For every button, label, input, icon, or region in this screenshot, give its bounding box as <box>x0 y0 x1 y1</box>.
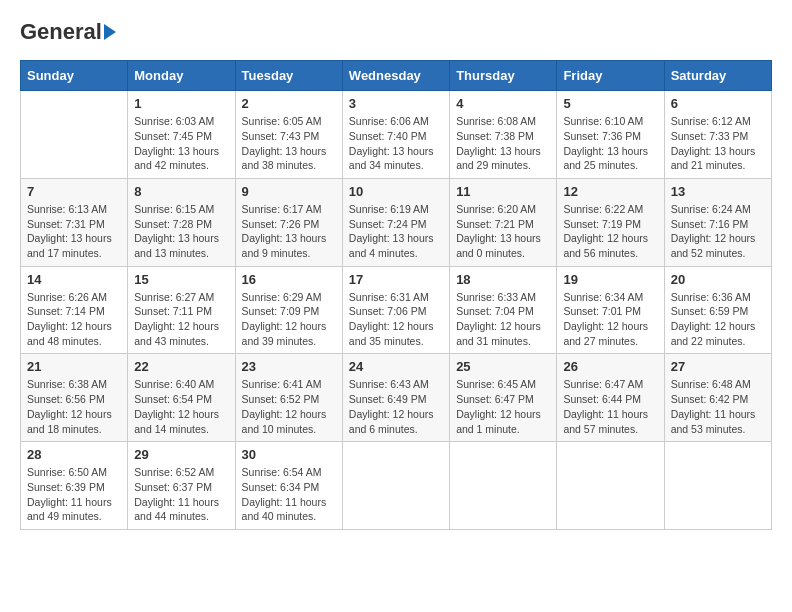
day-number: 23 <box>242 359 336 374</box>
calendar-cell: 28Sunrise: 6:50 AMSunset: 6:39 PMDayligh… <box>21 442 128 530</box>
day-number: 30 <box>242 447 336 462</box>
day-number: 16 <box>242 272 336 287</box>
calendar-cell: 5Sunrise: 6:10 AMSunset: 7:36 PMDaylight… <box>557 91 664 179</box>
day-number: 9 <box>242 184 336 199</box>
calendar-cell <box>557 442 664 530</box>
calendar-cell: 30Sunrise: 6:54 AMSunset: 6:34 PMDayligh… <box>235 442 342 530</box>
column-header-tuesday: Tuesday <box>235 61 342 91</box>
day-info: Sunrise: 6:08 AMSunset: 7:38 PMDaylight:… <box>456 114 550 173</box>
calendar-cell <box>664 442 771 530</box>
day-info: Sunrise: 6:45 AMSunset: 6:47 PMDaylight:… <box>456 377 550 436</box>
day-number: 18 <box>456 272 550 287</box>
day-info: Sunrise: 6:27 AMSunset: 7:11 PMDaylight:… <box>134 290 228 349</box>
column-header-friday: Friday <box>557 61 664 91</box>
day-number: 5 <box>563 96 657 111</box>
column-header-wednesday: Wednesday <box>342 61 449 91</box>
calendar-cell: 13Sunrise: 6:24 AMSunset: 7:16 PMDayligh… <box>664 178 771 266</box>
calendar-cell: 25Sunrise: 6:45 AMSunset: 6:47 PMDayligh… <box>450 354 557 442</box>
day-info: Sunrise: 6:10 AMSunset: 7:36 PMDaylight:… <box>563 114 657 173</box>
day-info: Sunrise: 6:15 AMSunset: 7:28 PMDaylight:… <box>134 202 228 261</box>
day-number: 4 <box>456 96 550 111</box>
day-number: 10 <box>349 184 443 199</box>
day-number: 24 <box>349 359 443 374</box>
column-header-monday: Monday <box>128 61 235 91</box>
day-number: 21 <box>27 359 121 374</box>
day-number: 25 <box>456 359 550 374</box>
day-info: Sunrise: 6:03 AMSunset: 7:45 PMDaylight:… <box>134 114 228 173</box>
day-number: 20 <box>671 272 765 287</box>
calendar-cell: 8Sunrise: 6:15 AMSunset: 7:28 PMDaylight… <box>128 178 235 266</box>
calendar-cell: 17Sunrise: 6:31 AMSunset: 7:06 PMDayligh… <box>342 266 449 354</box>
day-info: Sunrise: 6:13 AMSunset: 7:31 PMDaylight:… <box>27 202 121 261</box>
column-header-sunday: Sunday <box>21 61 128 91</box>
calendar-cell: 22Sunrise: 6:40 AMSunset: 6:54 PMDayligh… <box>128 354 235 442</box>
day-number: 7 <box>27 184 121 199</box>
day-info: Sunrise: 6:38 AMSunset: 6:56 PMDaylight:… <box>27 377 121 436</box>
day-info: Sunrise: 6:22 AMSunset: 7:19 PMDaylight:… <box>563 202 657 261</box>
day-info: Sunrise: 6:06 AMSunset: 7:40 PMDaylight:… <box>349 114 443 173</box>
calendar-cell: 14Sunrise: 6:26 AMSunset: 7:14 PMDayligh… <box>21 266 128 354</box>
calendar-cell <box>21 91 128 179</box>
calendar-cell: 7Sunrise: 6:13 AMSunset: 7:31 PMDaylight… <box>21 178 128 266</box>
day-info: Sunrise: 6:52 AMSunset: 6:37 PMDaylight:… <box>134 465 228 524</box>
day-info: Sunrise: 6:40 AMSunset: 6:54 PMDaylight:… <box>134 377 228 436</box>
day-info: Sunrise: 6:36 AMSunset: 6:59 PMDaylight:… <box>671 290 765 349</box>
calendar-cell: 12Sunrise: 6:22 AMSunset: 7:19 PMDayligh… <box>557 178 664 266</box>
day-number: 29 <box>134 447 228 462</box>
day-info: Sunrise: 6:48 AMSunset: 6:42 PMDaylight:… <box>671 377 765 436</box>
logo-text-general: General <box>20 20 102 44</box>
day-number: 2 <box>242 96 336 111</box>
calendar-cell: 24Sunrise: 6:43 AMSunset: 6:49 PMDayligh… <box>342 354 449 442</box>
day-number: 22 <box>134 359 228 374</box>
day-number: 19 <box>563 272 657 287</box>
calendar-cell: 21Sunrise: 6:38 AMSunset: 6:56 PMDayligh… <box>21 354 128 442</box>
calendar-cell: 9Sunrise: 6:17 AMSunset: 7:26 PMDaylight… <box>235 178 342 266</box>
logo: General <box>20 20 116 44</box>
day-number: 12 <box>563 184 657 199</box>
day-info: Sunrise: 6:47 AMSunset: 6:44 PMDaylight:… <box>563 377 657 436</box>
calendar-cell: 2Sunrise: 6:05 AMSunset: 7:43 PMDaylight… <box>235 91 342 179</box>
day-number: 26 <box>563 359 657 374</box>
day-number: 13 <box>671 184 765 199</box>
day-info: Sunrise: 6:17 AMSunset: 7:26 PMDaylight:… <box>242 202 336 261</box>
calendar-cell: 3Sunrise: 6:06 AMSunset: 7:40 PMDaylight… <box>342 91 449 179</box>
calendar-cell: 27Sunrise: 6:48 AMSunset: 6:42 PMDayligh… <box>664 354 771 442</box>
day-info: Sunrise: 6:34 AMSunset: 7:01 PMDaylight:… <box>563 290 657 349</box>
calendar-cell: 26Sunrise: 6:47 AMSunset: 6:44 PMDayligh… <box>557 354 664 442</box>
day-number: 15 <box>134 272 228 287</box>
calendar-cell: 10Sunrise: 6:19 AMSunset: 7:24 PMDayligh… <box>342 178 449 266</box>
day-info: Sunrise: 6:20 AMSunset: 7:21 PMDaylight:… <box>456 202 550 261</box>
calendar-table: SundayMondayTuesdayWednesdayThursdayFrid… <box>20 60 772 530</box>
day-number: 17 <box>349 272 443 287</box>
day-number: 8 <box>134 184 228 199</box>
day-info: Sunrise: 6:31 AMSunset: 7:06 PMDaylight:… <box>349 290 443 349</box>
column-header-saturday: Saturday <box>664 61 771 91</box>
day-info: Sunrise: 6:26 AMSunset: 7:14 PMDaylight:… <box>27 290 121 349</box>
day-info: Sunrise: 6:41 AMSunset: 6:52 PMDaylight:… <box>242 377 336 436</box>
day-info: Sunrise: 6:19 AMSunset: 7:24 PMDaylight:… <box>349 202 443 261</box>
day-info: Sunrise: 6:29 AMSunset: 7:09 PMDaylight:… <box>242 290 336 349</box>
day-info: Sunrise: 6:24 AMSunset: 7:16 PMDaylight:… <box>671 202 765 261</box>
logo-arrow-icon <box>104 24 116 40</box>
calendar-cell: 4Sunrise: 6:08 AMSunset: 7:38 PMDaylight… <box>450 91 557 179</box>
day-number: 27 <box>671 359 765 374</box>
header: General <box>20 20 772 44</box>
calendar-cell: 23Sunrise: 6:41 AMSunset: 6:52 PMDayligh… <box>235 354 342 442</box>
calendar-cell: 11Sunrise: 6:20 AMSunset: 7:21 PMDayligh… <box>450 178 557 266</box>
day-number: 1 <box>134 96 228 111</box>
day-info: Sunrise: 6:50 AMSunset: 6:39 PMDaylight:… <box>27 465 121 524</box>
day-info: Sunrise: 6:05 AMSunset: 7:43 PMDaylight:… <box>242 114 336 173</box>
day-number: 11 <box>456 184 550 199</box>
calendar-cell: 20Sunrise: 6:36 AMSunset: 6:59 PMDayligh… <box>664 266 771 354</box>
calendar-cell <box>450 442 557 530</box>
day-number: 14 <box>27 272 121 287</box>
day-info: Sunrise: 6:12 AMSunset: 7:33 PMDaylight:… <box>671 114 765 173</box>
column-header-thursday: Thursday <box>450 61 557 91</box>
calendar-cell: 19Sunrise: 6:34 AMSunset: 7:01 PMDayligh… <box>557 266 664 354</box>
day-number: 3 <box>349 96 443 111</box>
calendar-cell: 15Sunrise: 6:27 AMSunset: 7:11 PMDayligh… <box>128 266 235 354</box>
calendar-cell: 1Sunrise: 6:03 AMSunset: 7:45 PMDaylight… <box>128 91 235 179</box>
day-info: Sunrise: 6:33 AMSunset: 7:04 PMDaylight:… <box>456 290 550 349</box>
calendar-cell: 29Sunrise: 6:52 AMSunset: 6:37 PMDayligh… <box>128 442 235 530</box>
calendar-cell <box>342 442 449 530</box>
